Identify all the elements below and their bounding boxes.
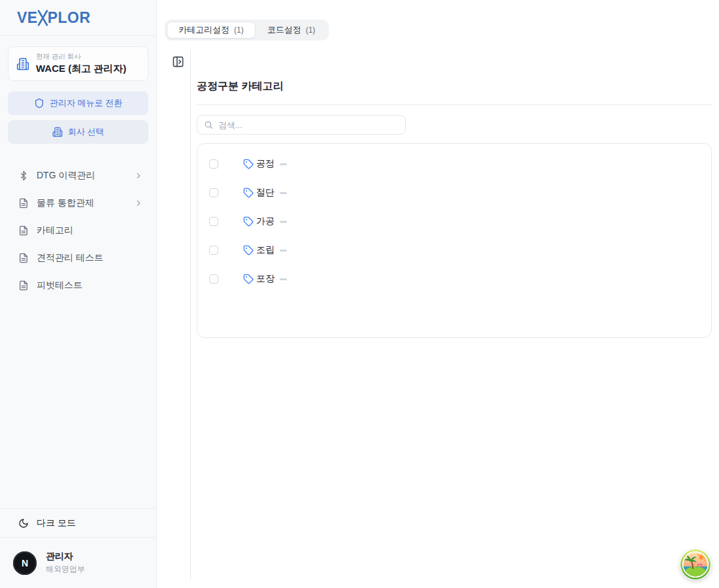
category-row[interactable]: 조립 [197,236,711,265]
sidebar-menu-item[interactable]: 카테고리 [0,217,156,244]
user-name: 관리자 [46,551,85,563]
category-dash [280,163,287,165]
logo-row: VE PLOR [0,0,156,36]
file-icon [18,253,29,263]
category-row[interactable]: 공정 [197,150,711,178]
building-icon [16,57,29,71]
category-label: 절단 [256,187,275,199]
search-input[interactable] [218,120,399,130]
tab-count: (1) [306,25,316,35]
current-company-label: 현재 관리 회사 [36,52,126,61]
category-row[interactable]: 포장 [197,265,711,293]
sidebar-menu-item[interactable]: DTG 이력관리 [0,162,156,189]
category-row[interactable]: 절단 [197,178,711,207]
file-icon [18,225,29,236]
tag-icon [243,188,254,198]
main-content: 카테고리설정 (1) 코드설정 (1) 공정구분 카테고리 [157,0,719,588]
panel-toggle-icon [172,56,185,68]
sidebar-menu-item-label: 견적관리 테스트 [37,252,126,264]
search-box [197,115,406,135]
category-label: 공정 [256,158,275,170]
sidebar-menu: DTG 이력관리 물류 통합관제 카테고리 [0,162,156,299]
tab-count: (1) [234,25,244,35]
logo-x-icon [37,9,48,27]
sidebar: VE PLOR 현재 관리 회사 WACE (최고 관리자) 관리자 메뉴로 전… [0,0,157,588]
moon-icon [18,518,29,529]
category-checkbox[interactable] [209,188,218,197]
category-dash [280,221,287,223]
tab-bar: 카테고리설정 (1) 코드설정 (1) [165,20,329,41]
panel-toggle-button[interactable] [172,55,185,68]
tab[interactable]: 카테고리설정 (1) [167,22,256,39]
category-list-card: 공정 절단 가공 [197,143,712,338]
dark-mode-toggle[interactable]: 다크 모드 [0,508,156,537]
category-dash [280,250,287,252]
sidebar-menu-item[interactable]: 피벗테스트 [0,272,156,299]
category-panel: 공정구분 카테고리 공정 [190,50,711,580]
tag-icon [243,274,254,284]
select-company-button[interactable]: 회사 선택 [8,120,148,144]
tag-icon [243,245,254,255]
building-icon [52,127,63,137]
file-icon [18,280,29,291]
category-label: 조립 [256,244,275,256]
switch-admin-menu-label: 관리자 메뉴로 전환 [50,97,122,109]
category-checkbox[interactable] [209,159,218,169]
sidebar-menu-item-label: 카테고리 [37,225,126,237]
select-company-label: 회사 선택 [68,126,105,138]
tag-icon [243,216,254,227]
sidebar-menu-item[interactable]: 물류 통합관제 [0,189,156,217]
logo-text-left: VE [17,9,38,27]
tag-icon [243,159,254,169]
current-company-card: 현재 관리 회사 WACE (최고 관리자) [8,46,148,81]
chevron-right-icon [134,171,143,180]
vexplor-logo: VE PLOR [17,9,91,27]
avatar: N [13,551,37,575]
user-profile[interactable]: N 관리자 해외영업부 [0,537,156,588]
bluetooth-icon [18,171,29,181]
category-dash [280,192,287,194]
sidebar-menu-item-label: 물류 통합관제 [37,197,126,209]
tab[interactable]: 코드설정 (1) [256,22,327,39]
category-checkbox[interactable] [209,246,218,255]
category-dash [280,278,287,280]
category-label: 가공 [256,216,275,227]
file-icon [18,198,29,208]
sidebar-menu-item-label: DTG 이력관리 [37,170,126,182]
switch-admin-menu-button[interactable]: 관리자 메뉴로 전환 [8,91,148,115]
tropical-island-icon [680,549,711,580]
user-department: 해외영업부 [46,564,85,575]
category-checkbox[interactable] [209,274,218,284]
category-label: 포장 [256,273,275,285]
sidebar-menu-item[interactable]: 견적관리 테스트 [0,244,156,272]
category-row[interactable]: 가공 [197,207,711,236]
sidebar-menu-item-label: 피벗테스트 [37,280,126,291]
island-floating-button[interactable] [680,549,711,580]
chevron-right-icon [134,199,143,208]
shield-icon [34,98,44,108]
page-title: 공정구분 카테고리 [197,80,711,93]
tab-label: 코드설정 [267,24,301,36]
current-company-name: WACE (최고 관리자) [36,63,126,75]
logo-text-right: PLOR [48,9,91,27]
search-icon [204,120,213,129]
dark-mode-label: 다크 모드 [37,517,76,529]
category-checkbox[interactable] [209,217,218,226]
tab-label: 카테고리설정 [178,24,229,36]
divider [197,105,712,105]
